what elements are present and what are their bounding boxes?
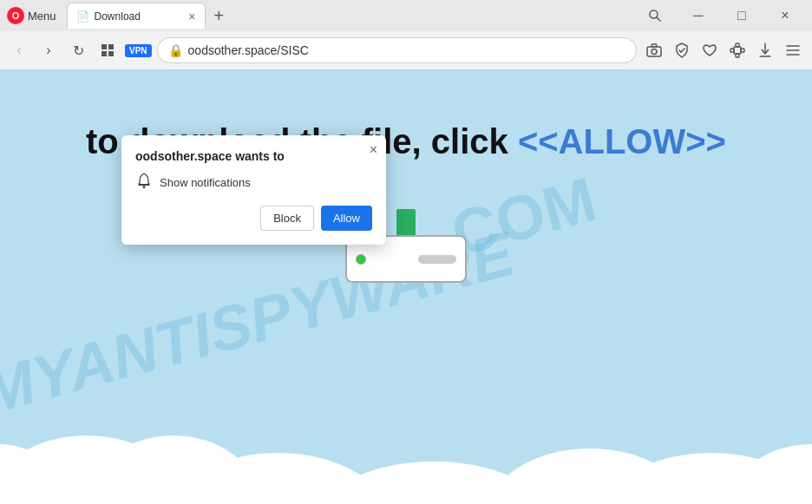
svg-rect-15 (734, 47, 741, 54)
allow-cta-text: <<ALLOW>> (518, 122, 726, 160)
notification-icon (135, 172, 153, 193)
svg-rect-6 (647, 47, 661, 56)
heart-icon[interactable] (697, 38, 722, 62)
close-button[interactable]: × (765, 2, 805, 29)
download-icon[interactable] (753, 38, 777, 62)
tab-close-button[interactable]: × (188, 10, 195, 23)
svg-point-7 (652, 49, 657, 55)
shield-icon[interactable] (670, 38, 694, 62)
browser-chrome: O Menu 📄 Download × + ─ □ × ‹ (0, 0, 812, 70)
page-content: MYANTISPYWARE .COM to download the file,… (0, 70, 812, 504)
lock-icon: 🔒 (168, 43, 183, 57)
url-bar[interactable]: 🔒 oodsother.space/SISC (157, 37, 637, 63)
svg-rect-5 (108, 51, 114, 56)
svg-rect-30 (139, 184, 149, 186)
address-bar: ‹ › ↻ VPN 🔒 oodsother.space/SISC (0, 31, 812, 69)
menu-icon[interactable] (781, 38, 805, 62)
allow-button[interactable]: Allow (321, 206, 372, 231)
cloud-background (0, 401, 812, 504)
permission-row: Show notifications (135, 172, 372, 193)
svg-line-1 (657, 17, 660, 21)
extension-icon[interactable] (725, 38, 750, 62)
svg-rect-29 (0, 483, 812, 504)
permission-popup: × oodsother.space wants to Show notifica… (121, 135, 386, 245)
active-tab[interactable]: 📄 Download × (67, 3, 206, 29)
tab-bar: O Menu 📄 Download × + ─ □ × (0, 0, 812, 31)
svg-rect-3 (108, 44, 114, 49)
new-tab-button[interactable]: + (209, 6, 230, 26)
back-button[interactable]: ‹ (7, 38, 31, 62)
disk-led (356, 254, 366, 265)
toolbar-icons (642, 38, 805, 62)
svg-line-10 (681, 49, 684, 52)
refresh-button[interactable]: ↻ (66, 38, 90, 62)
opera-logo[interactable]: O (7, 7, 24, 24)
svg-rect-4 (102, 51, 107, 56)
grid-button[interactable] (95, 38, 120, 62)
svg-point-31 (143, 186, 146, 188)
vpn-badge[interactable]: VPN (125, 44, 152, 57)
forward-button[interactable]: › (36, 38, 61, 62)
svg-rect-8 (652, 44, 657, 47)
menu-label[interactable]: Menu (28, 10, 56, 23)
minimize-button[interactable]: ─ (678, 2, 718, 29)
popup-title: oodsother.space wants to (135, 149, 372, 163)
disk-slot (418, 255, 456, 264)
url-text: oodsother.space/SISC (188, 43, 309, 57)
search-button[interactable] (635, 2, 675, 29)
camera-icon[interactable] (642, 38, 666, 62)
maximize-button[interactable]: □ (722, 2, 762, 29)
svg-rect-2 (102, 44, 107, 49)
tab-title: Download (95, 10, 141, 23)
popup-buttons: Block Allow (135, 206, 372, 231)
tab-favicon: 📄 (76, 10, 89, 23)
block-button[interactable]: Block (260, 206, 314, 231)
popup-close-button[interactable]: × (370, 142, 377, 158)
permission-label: Show notifications (160, 176, 251, 189)
